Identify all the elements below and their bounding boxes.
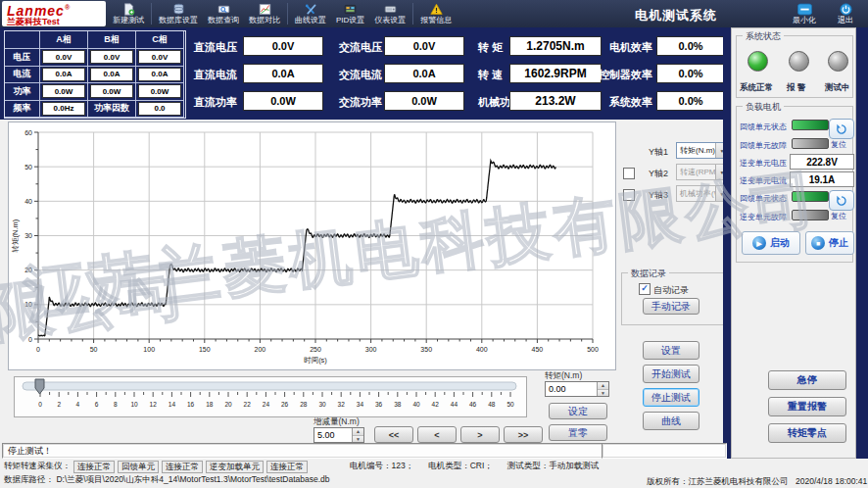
system-eff-label: 系统效率 xyxy=(594,95,652,110)
torque-set-value: 0.00 xyxy=(546,382,597,396)
svg-text:0: 0 xyxy=(28,336,32,343)
torque-set-spinner[interactable]: 0.00 ▲▼ xyxy=(545,381,609,397)
testing-label: 测试中 xyxy=(825,82,850,94)
start-test-button[interactable]: 开始测试 xyxy=(643,365,699,383)
svg-text:150: 150 xyxy=(199,346,211,353)
toolbar-button-curve-settings[interactable]: 曲线设置 xyxy=(290,0,331,27)
torque-zero-button[interactable]: 转矩零点 xyxy=(768,423,846,443)
app-title: 电机测试系统 xyxy=(617,7,735,24)
svg-text:48: 48 xyxy=(488,401,496,408)
toolbar-button-meter-settings[interactable]: 仪表设置 xyxy=(369,0,410,27)
svg-text:22: 22 xyxy=(244,401,252,408)
toolbar-separator xyxy=(412,3,413,24)
svg-text:40: 40 xyxy=(24,198,32,205)
inverter-voltage-value: 222.8V xyxy=(790,154,854,170)
reset-alarm-button[interactable]: 重置报警 xyxy=(768,397,846,416)
svg-text:20: 20 xyxy=(224,401,232,408)
stop-button[interactable]: ■停止 xyxy=(805,231,854,255)
slider-ruler: 0246810121416182022242628303234363840424… xyxy=(15,377,524,415)
toolbar-button-data-query[interactable]: 数据查询 xyxy=(203,0,244,27)
testing-led xyxy=(828,51,848,72)
y-axis3-checkbox[interactable] xyxy=(623,189,635,201)
feedback-fault-indicator xyxy=(792,138,829,149)
power-factor-value: 0.0 xyxy=(138,102,181,116)
toolbar-button-alarm-info[interactable]: 报警信息 xyxy=(415,0,457,27)
svg-text:32: 32 xyxy=(338,401,346,408)
datetime: 2020/4/18 18:00:41 xyxy=(796,476,867,486)
delta-spinner[interactable]: 5.00 ▲▼ xyxy=(313,427,364,443)
phase-a-header: A相 xyxy=(40,31,88,49)
phase-table-corner xyxy=(5,31,40,49)
motor-number: 电机编号：123； xyxy=(350,461,413,472)
svg-text:450: 450 xyxy=(532,346,544,353)
reset-button-2[interactable] xyxy=(829,190,854,211)
slider-thumb[interactable] xyxy=(33,378,47,400)
logo-reg: ® xyxy=(65,4,71,11)
svg-text:4: 4 xyxy=(76,401,80,408)
start-button[interactable]: ▶启动 xyxy=(742,231,800,255)
y-axis1-label: Y轴1 xyxy=(649,146,668,159)
y-axis2-checkbox[interactable] xyxy=(623,168,635,179)
ac-power-value: 0.0W xyxy=(384,91,464,111)
auto-record-checkbox[interactable]: ✓ xyxy=(639,283,651,295)
svg-text:28: 28 xyxy=(300,401,308,408)
copyright: 版权所有：江苏兰菱机电科技有限公司 xyxy=(647,476,789,488)
curve-button[interactable]: 曲线 xyxy=(643,412,699,430)
spin-up-icon[interactable]: ▲ xyxy=(353,428,363,436)
toolbar-label: 数据库设置 xyxy=(159,16,198,24)
phase-a-current: 0.0A xyxy=(42,68,85,81)
frequency-value: 0.0Hz xyxy=(42,102,85,116)
svg-text:8: 8 xyxy=(114,401,118,408)
settings-button[interactable]: 设置 xyxy=(643,341,699,360)
spin-down-icon[interactable]: ▼ xyxy=(598,390,608,397)
svg-text:转矩(N.m): 转矩(N.m) xyxy=(11,219,20,253)
step-back-fast-button[interactable]: << xyxy=(374,426,413,443)
reset-button-1[interactable] xyxy=(829,119,854,139)
step-forward-button[interactable]: > xyxy=(460,426,500,443)
stop-label: 停止 xyxy=(829,236,848,250)
svg-text:26: 26 xyxy=(281,401,289,408)
phase-a-voltage: 0.0V xyxy=(42,50,85,64)
stop-test-button[interactable]: 停止测试 xyxy=(643,388,699,407)
row-label-voltage: 电压 xyxy=(5,49,40,67)
toolbar-button-database-settings[interactable]: 数据库设置 xyxy=(154,0,203,27)
toolbar-button-pid-settings[interactable]: PID设置 xyxy=(331,0,369,27)
manual-record-button[interactable]: 手动记录 xyxy=(643,298,699,315)
set-button[interactable]: 设定 xyxy=(549,403,607,419)
spinner-arrows[interactable]: ▲▼ xyxy=(352,428,363,442)
toolbar-label: 新建测试 xyxy=(113,16,144,24)
inverter-current-label: 逆变单元电流 xyxy=(740,175,787,186)
svg-text:24: 24 xyxy=(263,401,270,408)
zero-button[interactable]: 置零 xyxy=(549,424,607,441)
svg-text:10: 10 xyxy=(130,401,138,408)
system-ok-led xyxy=(747,51,768,72)
torque-slider: 0246810121416182022242628303234363840424… xyxy=(14,376,527,417)
step-back-button[interactable]: < xyxy=(417,426,457,443)
phase-b-current: 0.0A xyxy=(90,68,133,81)
y-axis3-value: 机械功率(W) xyxy=(677,188,715,199)
y-axis1-dropdown[interactable]: 转矩(N.m)▼ xyxy=(676,142,729,159)
step-forward-fast-button[interactable]: >> xyxy=(504,426,543,443)
svg-text:500: 500 xyxy=(587,346,599,353)
exit-button[interactable]: 退出 xyxy=(829,1,862,26)
minimize-button[interactable]: 最小化 xyxy=(784,1,825,26)
dc-voltage-label: 直流电压 xyxy=(194,40,237,55)
reset-arrows-icon xyxy=(836,123,847,135)
toolbar-button-data-compare[interactable]: 数据对比 xyxy=(244,0,285,27)
test-type: 测试类型：手动加载测试 xyxy=(507,461,600,472)
toolbar-label: PID设置 xyxy=(336,16,364,24)
spin-down-icon[interactable]: ▼ xyxy=(353,436,363,443)
spinner-arrows[interactable]: ▲▼ xyxy=(597,382,608,396)
inverter-current-value: 19.1A xyxy=(790,171,854,187)
svg-text:36: 36 xyxy=(375,401,383,408)
y-axis3-dropdown: 机械功率(W)▼ xyxy=(676,185,729,202)
database-settings-icon xyxy=(172,3,185,16)
toolbar-button-new-test[interactable]: 新建测试 xyxy=(108,0,149,27)
status-message: 停止测试！ xyxy=(8,445,52,458)
toolbar-label: 仪表设置 xyxy=(374,16,406,24)
dc-voltage-value: 0.0V xyxy=(243,36,323,56)
motor-eff-label: 电机效率 xyxy=(594,40,652,55)
emergency-stop-button[interactable]: 急停 xyxy=(768,370,846,390)
spin-up-icon[interactable]: ▲ xyxy=(598,382,608,390)
inverter-fault-indicator xyxy=(792,210,829,220)
